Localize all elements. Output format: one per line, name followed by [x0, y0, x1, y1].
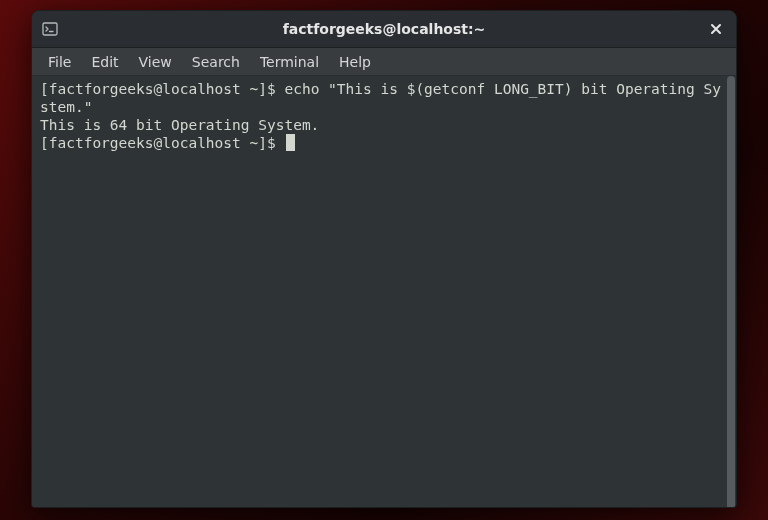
- prompt: [factforgeeks@localhost ~]$: [40, 135, 284, 151]
- titlebar[interactable]: factforgeeks@localhost:~: [32, 11, 736, 48]
- cursor: [286, 134, 295, 151]
- terminal-viewport[interactable]: [factforgeeks@localhost ~]$ echo "This i…: [32, 76, 736, 507]
- terminal-line: [factforgeeks@localhost ~]$: [40, 134, 728, 152]
- output-text: This is 64 bit Operating System.: [40, 117, 319, 133]
- scrollbar[interactable]: [727, 76, 735, 508]
- menubar: File Edit View Search Terminal Help: [32, 48, 736, 76]
- scrollbar-thumb[interactable]: [727, 76, 735, 508]
- prompt: [factforgeeks@localhost ~]$: [40, 81, 284, 97]
- window-title: factforgeeks@localhost:~: [62, 21, 706, 37]
- menu-view[interactable]: View: [129, 51, 182, 73]
- terminal-line: This is 64 bit Operating System.: [40, 116, 728, 134]
- menu-terminal[interactable]: Terminal: [250, 51, 329, 73]
- terminal-line: [factforgeeks@localhost ~]$ echo "This i…: [40, 80, 728, 116]
- terminal-icon: [42, 21, 58, 37]
- svg-rect-0: [43, 23, 57, 35]
- menu-help[interactable]: Help: [329, 51, 381, 73]
- terminal-window: factforgeeks@localhost:~ File Edit View …: [31, 10, 737, 508]
- close-button[interactable]: [706, 19, 726, 39]
- menu-file[interactable]: File: [38, 51, 81, 73]
- menu-search[interactable]: Search: [182, 51, 250, 73]
- menu-edit[interactable]: Edit: [81, 51, 128, 73]
